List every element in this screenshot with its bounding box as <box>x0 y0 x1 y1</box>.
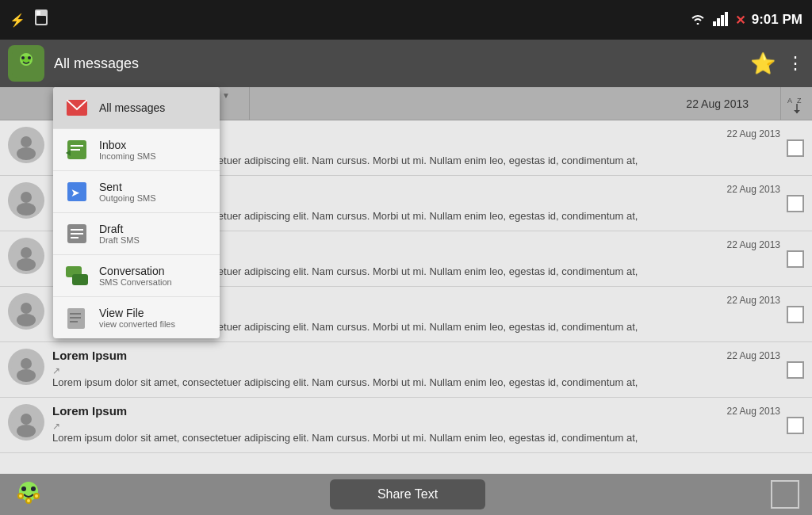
svg-rect-43 <box>71 233 83 235</box>
avatar <box>8 404 44 441</box>
svg-rect-46 <box>72 274 88 285</box>
app-bar: All messages ⭐ ⋮ <box>0 40 812 87</box>
svg-rect-44 <box>71 237 79 238</box>
svg-rect-3 <box>713 21 716 26</box>
svg-rect-50 <box>70 321 78 322</box>
svg-point-52 <box>21 486 26 491</box>
svg-rect-2 <box>36 11 40 15</box>
menu-item-text: All messages <box>99 101 165 114</box>
share-text-button[interactable]: Share Text <box>330 479 485 509</box>
sender-name: Lorem Ipsum <box>52 404 127 418</box>
message-header: Lorem Ipsum 22 Aug 2013 <box>52 404 780 418</box>
svg-point-18 <box>17 147 36 160</box>
avatar <box>8 349 44 385</box>
svg-point-53 <box>31 486 36 491</box>
svg-rect-48 <box>70 313 81 315</box>
svg-rect-1 <box>36 16 46 24</box>
message-date: 22 Aug 2013 <box>727 350 780 361</box>
message-content: Lorem Ipsum 22 Aug 2013 ↗ Lorem ipsum do… <box>52 404 780 445</box>
svg-point-17 <box>21 136 32 147</box>
menu-item-envelope[interactable]: All messages <box>53 87 220 129</box>
app-logo <box>8 45 44 82</box>
svg-point-24 <box>17 258 36 271</box>
bottom-app-icon <box>13 479 44 510</box>
avatar <box>8 238 44 274</box>
arrow-indicator: ↗ <box>52 365 780 376</box>
wifi-icon <box>689 12 707 29</box>
menu-item-icon-sent: ➤ <box>64 179 90 204</box>
message-row[interactable]: Lorem Ipsum 22 Aug 2013 ↗ Lorem ipsum do… <box>0 342 812 398</box>
status-bar: ⚡ ✕ 9:01 PM <box>0 0 812 40</box>
menu-item-icon-inbox <box>64 137 90 162</box>
status-time: 9:01 PM <box>752 12 802 28</box>
svg-rect-37 <box>71 149 80 151</box>
svg-point-10 <box>21 56 25 59</box>
menu-item-conversation[interactable]: Conversation SMS Conversation <box>53 255 220 297</box>
menu-item-text: Draft Draft SMS <box>99 223 140 245</box>
svg-point-21 <box>17 203 36 216</box>
counter-date: 22 Aug 2013 <box>250 97 780 110</box>
svg-point-29 <box>21 358 32 369</box>
svg-point-58 <box>35 494 38 498</box>
menu-item-draft[interactable]: Draft Draft SMS <box>53 213 220 255</box>
message-content: Lorem Ipsum 22 Aug 2013 ↗ Lorem ipsum do… <box>52 349 780 390</box>
svg-point-26 <box>21 303 32 314</box>
message-header: Lorem Ipsum 22 Aug 2013 <box>52 349 780 362</box>
more-options-icon[interactable]: ⋮ <box>787 53 804 74</box>
dropdown-arrow: ▼ <box>222 91 230 100</box>
message-checkbox[interactable] <box>787 361 804 379</box>
select-all-button[interactable] <box>771 480 799 509</box>
svg-point-30 <box>17 369 36 382</box>
svg-rect-6 <box>725 12 728 26</box>
sim-icon <box>33 10 49 30</box>
message-text: Lorem ipsum dolor sit amet, consectetuer… <box>52 432 780 445</box>
menu-item-text: Conversation SMS Conversation <box>99 265 172 287</box>
svg-marker-15 <box>794 110 800 113</box>
svg-point-23 <box>21 247 32 258</box>
menu-item-sublabel: view converted files <box>99 319 175 329</box>
message-row[interactable]: Lorem Ipsum 22 Aug 2013 ↗ Lorem ipsum do… <box>0 398 812 453</box>
bottom-bar: Share Text <box>0 474 812 515</box>
arrow-indicator: ↗ <box>52 421 780 432</box>
menu-item-icon-conversation <box>64 263 90 288</box>
menu-item-sublabel: Incoming SMS <box>99 151 156 161</box>
menu-item-text: Sent Outgoing SMS <box>99 181 156 203</box>
menu-item-icon-viewfile <box>64 305 90 330</box>
sender-name: Lorem Ipsum <box>52 349 127 362</box>
signal-icon <box>713 12 729 29</box>
message-text: Lorem ipsum dolor sit amet, consectetuer… <box>52 376 780 390</box>
message-checkbox[interactable] <box>787 195 804 212</box>
message-date: 22 Aug 2013 <box>727 128 780 139</box>
svg-rect-4 <box>717 18 720 26</box>
avatar <box>8 182 44 219</box>
message-date: 22 Aug 2013 <box>727 295 780 306</box>
svg-point-57 <box>19 494 22 498</box>
svg-rect-36 <box>71 145 83 147</box>
svg-text:A: A <box>787 97 792 105</box>
app-title: All messages <box>54 55 741 72</box>
status-icons-left: ⚡ <box>10 10 49 30</box>
menu-item-inbox[interactable]: Inbox Incoming SMS <box>53 129 220 171</box>
message-checkbox[interactable] <box>787 139 804 157</box>
message-checkbox[interactable] <box>787 417 804 434</box>
message-date: 22 Aug 2013 <box>727 184 780 195</box>
menu-item-sent[interactable]: ➤ Sent Outgoing SMS <box>53 171 220 213</box>
svg-point-59 <box>27 499 30 502</box>
menu-item-label: Draft <box>99 223 140 235</box>
menu-item-viewfile[interactable]: View File view converted files <box>53 297 220 338</box>
menu-item-label: Sent <box>99 181 156 193</box>
status-icons-right: ✕ 9:01 PM <box>689 12 802 29</box>
message-checkbox[interactable] <box>787 306 804 323</box>
sort-icon[interactable]: A Z <box>780 87 812 120</box>
message-checkbox[interactable] <box>787 250 804 268</box>
svg-text:Z: Z <box>797 97 802 105</box>
dropdown-menu: All messages Inbox Incoming SMS ➤ Sent O… <box>53 87 220 338</box>
svg-rect-42 <box>71 229 83 231</box>
menu-item-label: All messages <box>99 101 165 114</box>
menu-item-icon-draft <box>64 221 90 246</box>
avatar <box>8 127 44 163</box>
svg-text:➤: ➤ <box>71 186 80 199</box>
svg-point-33 <box>17 425 36 437</box>
star-icon[interactable]: ⭐ <box>750 52 776 76</box>
menu-item-text: Inbox Incoming SMS <box>99 139 156 161</box>
